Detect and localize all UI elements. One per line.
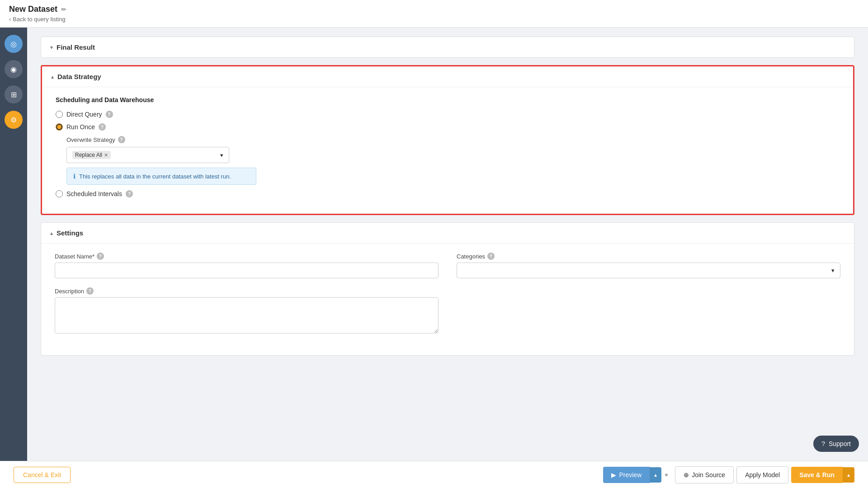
settings-title: Settings bbox=[57, 229, 83, 237]
top-bar: New Dataset ✏ ‹ Back to query listing bbox=[0, 0, 868, 28]
run-once-help-icon[interactable]: ? bbox=[99, 123, 106, 131]
data-strategy-title: Data Strategy bbox=[57, 73, 101, 80]
direct-query-help-icon[interactable]: ? bbox=[106, 111, 113, 118]
scheduled-intervals-label: Scheduled Intervals bbox=[66, 190, 122, 197]
dropdown-inner: Replace All ✕ bbox=[72, 151, 111, 159]
settings-grid: Dataset Name* ? Categories ? ▾ bbox=[55, 253, 840, 335]
settings-body: Dataset Name* ? Categories ? ▾ bbox=[41, 244, 854, 355]
layers-icon: ⊞ bbox=[11, 90, 17, 99]
run-once-label: Run Once bbox=[66, 123, 95, 131]
apply-model-button[interactable]: Apply Model bbox=[736, 466, 788, 483]
data-strategy-panel: ▴ Data Strategy Scheduling and Data Ware… bbox=[41, 65, 854, 215]
right-buttons: ▶ Preview ▴ ⊕ Join Source Apply Model Sa… bbox=[603, 466, 854, 483]
info-icon: ℹ bbox=[73, 173, 75, 180]
categories-group: Categories ? ▾ bbox=[457, 253, 840, 278]
sidebar-icon-layers[interactable]: ⊞ bbox=[5, 85, 23, 103]
replace-all-tag: Replace All ✕ bbox=[72, 151, 111, 159]
sidebar-icon-database[interactable]: ◎ bbox=[5, 35, 23, 53]
replace-all-tag-label: Replace All bbox=[75, 152, 102, 158]
overwrite-label: Overwrite Strategy ? bbox=[66, 136, 840, 143]
info-text: This replaces all data in the current da… bbox=[79, 173, 231, 180]
preview-play-icon: ▶ bbox=[611, 471, 616, 479]
dropdown-chevron-icon: ▾ bbox=[220, 152, 223, 159]
back-link-label: Back to query listing bbox=[13, 16, 65, 23]
scheduling-section-title: Scheduling and Data Warehouse bbox=[56, 96, 840, 103]
database-icon: ◎ bbox=[10, 40, 17, 48]
preview-expand-button[interactable]: ▴ bbox=[650, 467, 661, 483]
support-button[interactable]: ? Support bbox=[813, 436, 859, 452]
back-link[interactable]: ‹ Back to query listing bbox=[9, 16, 859, 23]
categories-label: Categories ? bbox=[457, 253, 840, 260]
final-result-header[interactable]: ▾ Final Result bbox=[41, 37, 854, 57]
settings-panel: ▴ Settings Dataset Name* ? bbox=[41, 222, 854, 356]
preview-button[interactable]: ▶ Preview bbox=[603, 467, 650, 483]
join-source-button[interactable]: ⊕ Join Source bbox=[675, 466, 734, 483]
description-group: Description ? bbox=[55, 287, 439, 335]
dataset-name-group: Dataset Name* ? bbox=[55, 253, 439, 278]
data-strategy-body: Scheduling and Data Warehouse Direct Que… bbox=[42, 87, 853, 214]
layout: ◎ ◉ ⊞ ⚙ ▾ Final Result ▴ Data Strategy bbox=[0, 28, 868, 484]
description-textarea[interactable] bbox=[55, 297, 439, 333]
overwrite-section: Overwrite Strategy ? Replace All ✕ ▾ bbox=[66, 136, 840, 185]
save-chevron-icon: ▴ bbox=[847, 472, 850, 478]
final-result-title: Final Result bbox=[57, 43, 95, 51]
eye-icon: ◉ bbox=[10, 65, 17, 74]
back-chevron-icon: ‹ bbox=[9, 16, 11, 23]
direct-query-label: Direct Query bbox=[66, 111, 102, 118]
settings-header[interactable]: ▴ Settings bbox=[41, 223, 854, 244]
run-once-radio[interactable] bbox=[56, 123, 63, 131]
final-result-panel: ▾ Final Result bbox=[41, 37, 854, 58]
bottom-bar: Cancel & Exit ▶ Preview ▴ ⊕ Join Source … bbox=[0, 461, 868, 488]
preview-label: Preview bbox=[619, 471, 642, 479]
support-circle-icon: ? bbox=[821, 440, 825, 447]
main-content: ▾ Final Result ▴ Data Strategy Schedulin… bbox=[27, 28, 868, 484]
button-divider bbox=[665, 474, 668, 476]
save-run-expand-button[interactable]: ▴ bbox=[843, 467, 854, 483]
save-run-button[interactable]: Save & Run bbox=[791, 467, 843, 483]
dataset-name-help-icon[interactable]: ? bbox=[97, 253, 104, 260]
run-once-option: Run Once ? bbox=[56, 123, 840, 131]
join-plus-icon: ⊕ bbox=[684, 471, 689, 479]
description-label: Description ? bbox=[55, 287, 439, 295]
edit-icon[interactable]: ✏ bbox=[61, 6, 66, 13]
sidebar-icon-eye[interactable]: ◉ bbox=[5, 60, 23, 78]
page-title-row: New Dataset ✏ bbox=[9, 5, 859, 14]
join-source-label: Join Source bbox=[692, 471, 725, 479]
cancel-exit-button[interactable]: Cancel & Exit bbox=[14, 467, 71, 483]
page-title: New Dataset bbox=[9, 5, 57, 14]
dataset-name-label: Dataset Name* ? bbox=[55, 253, 439, 260]
settings-icon: ⚙ bbox=[10, 116, 17, 124]
preview-chevron-icon: ▴ bbox=[654, 472, 657, 478]
info-box: ℹ This replaces all data in the current … bbox=[66, 168, 256, 185]
direct-query-radio[interactable] bbox=[56, 111, 63, 118]
tag-close-icon[interactable]: ✕ bbox=[104, 152, 108, 158]
scheduled-intervals-help-icon[interactable]: ? bbox=[126, 190, 133, 197]
categories-help-icon[interactable]: ? bbox=[487, 253, 495, 260]
overwrite-label-text: Overwrite Strategy bbox=[66, 136, 115, 143]
scheduled-intervals-option: Scheduled Intervals ? bbox=[56, 190, 840, 197]
sidebar: ◎ ◉ ⊞ ⚙ bbox=[0, 28, 27, 484]
dataset-name-input[interactable] bbox=[55, 263, 439, 278]
overwrite-strategy-dropdown[interactable]: Replace All ✕ ▾ bbox=[66, 147, 229, 163]
scheduled-intervals-radio[interactable] bbox=[56, 190, 63, 197]
support-label: Support bbox=[829, 440, 851, 447]
settings-chevron-icon: ▴ bbox=[50, 230, 53, 236]
overwrite-help-icon[interactable]: ? bbox=[118, 136, 125, 143]
categories-select[interactable]: ▾ bbox=[457, 263, 840, 278]
direct-query-option: Direct Query ? bbox=[56, 111, 840, 118]
final-result-chevron-icon: ▾ bbox=[50, 44, 53, 51]
categories-chevron-icon: ▾ bbox=[831, 267, 835, 274]
sidebar-icon-settings[interactable]: ⚙ bbox=[5, 111, 23, 129]
data-strategy-chevron-icon: ▴ bbox=[51, 74, 54, 80]
description-help-icon[interactable]: ? bbox=[86, 287, 94, 295]
data-strategy-header[interactable]: ▴ Data Strategy bbox=[42, 66, 853, 87]
